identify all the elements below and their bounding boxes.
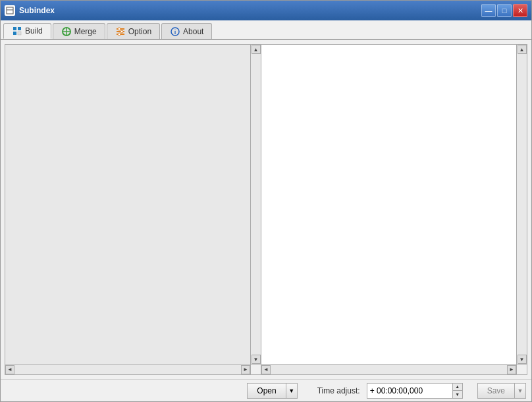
minimize-button[interactable]: — [481,4,496,17]
tab-build-label: Build [25,26,43,36]
tab-about[interactable]: i About [161,23,212,39]
bottom-toolbar: Open ▼ Time adjust: + 00:00:00,000 ▲ ▼ S… [1,379,531,401]
tab-option-label: Option [128,27,151,36]
time-adjust-group: + 00:00:00,000 ▲ ▼ [367,383,463,399]
title-bar: Subindex — □ ✕ [1,1,531,20]
window-title: Subindex [19,6,55,15]
right-scroll-corner [516,364,527,374]
save-dropdown-arrow[interactable]: ▼ [514,383,526,399]
right-panel: ▲ ▼ ◄ ► [261,44,527,375]
open-dropdown-arrow[interactable]: ▼ [286,383,298,399]
tab-about-label: About [183,27,203,36]
svg-rect-2 [13,27,16,30]
svg-point-12 [118,28,120,30]
tab-bar: Build Merge [1,20,531,40]
time-adjust-display[interactable]: + 00:00:00,000 [367,383,452,399]
left-scroll-track-v [251,54,261,355]
tab-option[interactable]: Option [107,23,160,39]
about-icon: i [170,26,180,37]
left-scroll-up[interactable]: ▲ [252,45,261,54]
right-scroll-track-v [517,54,527,355]
merge-icon [61,26,72,37]
tab-merge-label: Merge [74,27,97,36]
right-scroll-right[interactable]: ► [507,365,516,374]
time-spinner-down[interactable]: ▼ [453,391,462,398]
main-content: ▲ ▼ ◄ ► ▲ ▼ ◄ [1,40,531,401]
left-panel: ▲ ▼ ◄ ► [5,44,261,375]
right-scroll-track-h [271,364,507,374]
maximize-button[interactable]: □ [497,4,512,17]
svg-rect-5 [18,32,21,35]
left-scroll-track-h [14,364,241,374]
right-scrollbar-v[interactable]: ▲ ▼ [516,45,527,364]
svg-point-13 [120,30,123,33]
svg-rect-4 [13,32,16,35]
time-spinner-up[interactable]: ▲ [453,384,462,391]
open-button-group: Open ▼ [247,383,297,399]
left-scrollbar-v[interactable]: ▲ ▼ [250,45,261,364]
save-button-group: Save ▼ [477,383,526,399]
title-bar-buttons: — □ ✕ [481,4,527,17]
svg-point-14 [118,33,120,36]
open-button[interactable]: Open [247,383,285,399]
right-scroll-up[interactable]: ▲ [518,45,527,54]
left-scroll-left[interactable]: ◄ [5,365,14,374]
panels-area: ▲ ▼ ◄ ► ▲ ▼ ◄ [1,40,531,379]
option-icon [115,26,126,37]
time-spinners: ▲ ▼ [452,383,463,399]
right-scrollbar-h[interactable]: ◄ ► [261,364,516,374]
svg-text:i: i [174,29,176,36]
app-icon [5,5,15,16]
svg-rect-3 [18,27,21,30]
close-button[interactable]: ✕ [513,4,527,17]
save-button[interactable]: Save [477,383,514,399]
title-bar-left: Subindex [5,5,55,16]
right-scroll-down[interactable]: ▼ [518,355,527,364]
tab-merge[interactable]: Merge [53,23,105,39]
left-scroll-down[interactable]: ▼ [252,355,261,364]
tab-build[interactable]: Build [3,23,51,39]
app-window: Subindex — □ ✕ Build [0,0,532,402]
left-scroll-right[interactable]: ► [241,365,250,374]
left-scrollbar-h[interactable]: ◄ ► [5,364,250,374]
left-scroll-corner [250,364,261,374]
time-adjust-label: Time adjust: [317,386,360,395]
svg-rect-0 [7,7,13,14]
right-scroll-left[interactable]: ◄ [261,365,271,374]
build-icon [12,26,22,36]
